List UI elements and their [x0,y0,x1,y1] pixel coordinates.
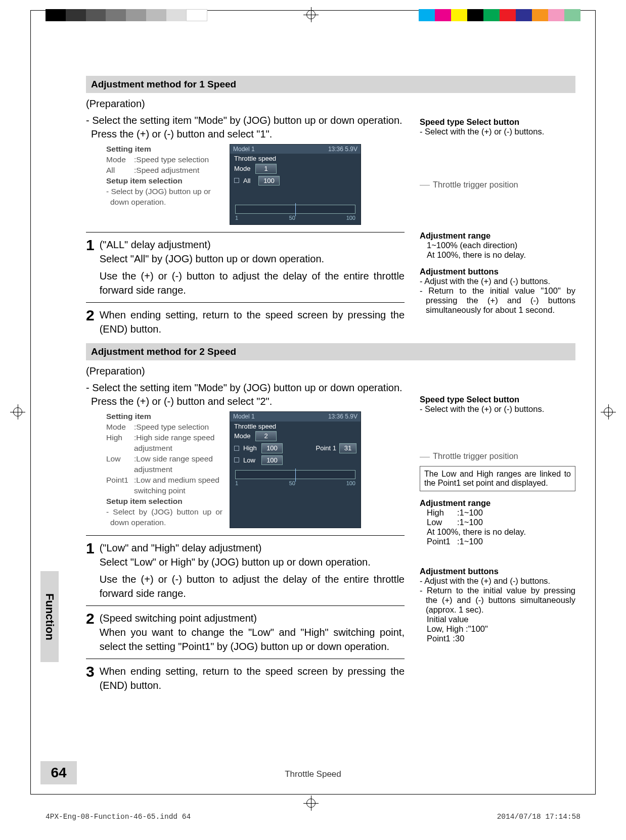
setting-point1-val: :Low and medium speed switching point [134,475,222,496]
lcd-model: Model 1 [233,413,255,420]
range-low-val: :1~100 [457,518,483,527]
adjustment-buttons-l1: - Adjust with the (+) and (-) buttons. [420,576,575,586]
registration-mark-icon [303,796,319,811]
step1-line-a: Select "Low" or High" by (JOG) button up… [100,555,405,569]
function-side-tab: Function [40,571,59,662]
adjustment-buttons-l2: - Return to the initial value by pressin… [420,586,575,615]
registration-mark-icon [601,404,616,419]
step1-title: ("Low" and "High" delay adjustment) [100,541,405,555]
initial-value-label: Initial value [420,615,575,624]
lcd-slider [235,470,355,479]
range-point1-key: Point1 [427,537,457,546]
lcd-low-value: 100 [261,455,283,465]
divider [86,302,405,303]
speed-select-text: - Select with the (+) or (-) buttons. [420,404,575,414]
lcd-point1-label: Point 1 [316,444,336,452]
setting-item-title: Setting item [106,412,151,421]
setting-high-val: :High side range speed adjustment [134,433,222,454]
imprint-timestamp: 2014/07/18 17:14:58 [497,813,580,821]
step-number-2: 2 [86,308,95,336]
divider [86,659,405,659]
lcd-mode-label: Mode [234,432,251,440]
trigger-position-callout: Throttle trigger position [433,180,518,189]
setup-item-title: Setup item selection [106,176,183,185]
step3-text: When ending setting, return to the speed… [100,664,405,692]
setup-item-title: Setup item selection [106,497,183,505]
step1-line-b: Use the (+) or (-) button to adjust the … [100,572,405,600]
section-2-header: Adjustment method for 2 Speed [86,343,575,360]
scale-1: 1 [235,480,238,487]
checkbox-icon [234,178,239,183]
lcd-mode-value: 1 [255,164,277,174]
step1-title: ("ALL" delay adjustment) [100,238,405,252]
lcd-screen-title: Throttle speed [230,154,361,163]
registration-mark-icon [303,7,319,22]
setting-all-val: :Speed adjustment [134,165,199,176]
checkbox-icon [234,457,239,462]
setting-all-key: All [106,165,134,176]
divider [86,232,405,232]
imprint-filename: 4PX-Eng-08-Function-46-65.indd 64 [46,813,191,821]
lcd-all-label: All [243,177,254,185]
grayscale-bar [46,9,207,21]
setting-high-key: High [106,433,134,454]
side-tab-label: Function [43,593,56,640]
preparation-label: (Preparation) [86,98,405,110]
adjustment-buttons-l1: - Adjust with the (+) and (-) buttons. [420,276,575,286]
step-number-1: 1 [86,541,95,600]
intro-text: - Select the setting item "Mode" by (JOG… [86,381,405,408]
setting-point1-key: Point1 [106,475,134,496]
step2-line-a: When you want to change the "Low" and "H… [100,625,405,654]
lcd-mode-value: 2 [255,431,277,441]
initial-value-point1: Point1 :30 [420,634,575,643]
setup-item-text: - Select by (JOG) button up or down oper… [106,507,222,528]
adjustment-buttons-l2: - Return to the initial value "100" by p… [420,286,575,315]
adjustment-range-l1: 1~100% (each direction) [420,241,575,250]
step-number-1: 1 [86,238,95,297]
setting-mode-key: Mode [106,422,134,433]
intro-text: - Select the setting item "Mode" by (JOG… [86,114,405,141]
step2-text: When ending setting, return to the speed… [100,308,405,336]
lcd-all-value: 100 [258,176,280,186]
preparation-label: (Preparation) [86,365,405,377]
lcd-screenshot-2speed: Model 113:36 5.9V Throttle speed Mode2 H… [230,411,361,528]
registration-mark-icon [10,404,25,419]
divider [86,605,405,606]
lcd-screen-title: Throttle speed [230,422,361,431]
setting-item-title: Setting item [106,145,151,153]
setting-item-block: Setting item Mode:Speed type selection H… [106,411,222,528]
step1-line-a: Select "All" by (JOG) button up or down … [100,252,405,266]
adjustment-range-title: Adjustment range [420,231,575,241]
setting-mode-val: :Speed type selection [134,422,209,433]
setup-item-text: - Select by (JOG) button up or down oper… [106,186,222,208]
setting-item-block: Setting item Mode:Speed type selection A… [106,144,222,225]
lcd-model: Model 1 [233,146,255,153]
scale-50: 50 [289,480,295,487]
lcd-slider [235,205,355,214]
scale-100: 100 [346,215,355,221]
lcd-point1-value: 31 [339,443,356,453]
step-number-3: 3 [86,664,95,692]
speed-select-title: Speed type Select button [420,395,575,404]
setting-low-val: :Low side range speed adjustment [134,454,222,475]
range-low-key: Low [427,518,457,527]
initial-value-lowhigh: Low, High :"100" [420,624,575,634]
lcd-high-label: High [243,444,257,452]
lcd-time: 13:36 5.9V [328,146,357,153]
adjustment-range-title: Adjustment range [420,498,575,508]
setting-mode-key: Mode [106,155,134,165]
range-high-val: :1~100 [457,508,483,518]
lcd-screenshot-1speed: Model 113:36 5.9V Throttle speed Mode1 A… [230,144,361,225]
range-point1-val: :1~100 [457,537,483,546]
scale-100: 100 [346,480,355,487]
leader-line-icon [420,457,430,457]
scale-1: 1 [235,215,238,221]
setting-mode-val: :Speed type selection [134,155,209,165]
checkbox-icon [234,446,239,451]
lcd-high-value: 100 [261,443,283,453]
lcd-mode-label: Mode [234,165,251,173]
range-high-key: High [427,508,457,518]
lcd-time: 13:36 5.9V [328,413,357,420]
leader-line-icon [420,185,430,185]
step-number-2: 2 [86,611,95,654]
